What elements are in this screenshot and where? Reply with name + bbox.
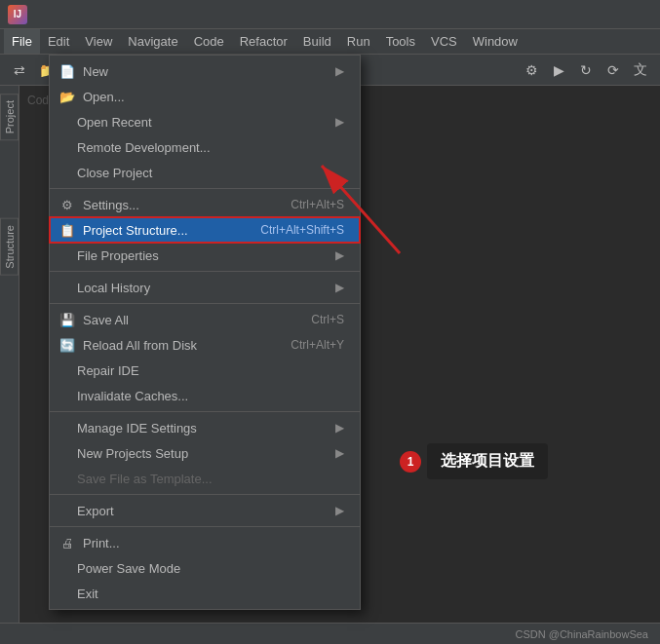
menu-window[interactable]: Window	[465, 29, 525, 54]
menu-item-exit[interactable]: Exit	[50, 581, 360, 606]
toolbar-run[interactable]: ▶	[547, 58, 570, 82]
menu-item-print[interactable]: 🖨 Print...	[50, 530, 360, 555]
menu-item-close-project[interactable]: Close Project	[50, 160, 360, 185]
menu-item-settings[interactable]: ⚙ Settings... Ctrl+Alt+S	[50, 192, 360, 217]
menu-bar: File Edit View Navigate Code Refactor Bu…	[0, 29, 660, 55]
menu-item-open-recent[interactable]: Open Recent ▶	[50, 109, 360, 134]
menu-item-save-all[interactable]: 💾 Save All Ctrl+S	[50, 307, 360, 332]
menu-item-repair-ide[interactable]: Repair IDE	[50, 358, 360, 383]
dropdown-menu-container: 📄 New ▶ 📂 Open... Open Recent ▶ Remote D…	[49, 55, 361, 610]
menu-section-1: 📄 New ▶ 📂 Open... Open Recent ▶ Remote D…	[50, 56, 360, 189]
menu-tools[interactable]: Tools	[378, 29, 423, 54]
toolbar-rerun[interactable]: ↻	[574, 58, 598, 82]
menu-item-project-structure[interactable]: 📋 Project Structure... Ctrl+Alt+Shift+S	[50, 217, 360, 243]
menu-vcs[interactable]: VCS	[423, 29, 465, 54]
toolbar-translate[interactable]: 文	[629, 58, 652, 82]
status-bar: CSDN @ChinaRainbowSea	[0, 623, 660, 644]
menu-section-6: Export ▶	[50, 495, 360, 527]
reload-icon: 🔄	[59, 337, 75, 353]
menu-file[interactable]: File	[4, 29, 40, 54]
new-icon: 📄	[59, 63, 75, 79]
menu-section-3: Local History ▶	[50, 272, 360, 304]
menu-navigate[interactable]: Navigate	[120, 29, 185, 54]
menu-section-5: Manage IDE Settings ▶ New Projects Setup…	[50, 412, 360, 495]
menu-refactor[interactable]: Refactor	[232, 29, 295, 54]
menu-item-open[interactable]: 📂 Open...	[50, 84, 360, 109]
menu-item-power-save[interactable]: Power Save Mode	[50, 555, 360, 581]
app-logo: IJ	[8, 5, 27, 24]
project-structure-icon: 📋	[59, 222, 75, 238]
menu-section-7: 🖨 Print... Power Save Mode Exit	[50, 527, 360, 609]
menu-item-local-history[interactable]: Local History ▶	[50, 275, 360, 300]
menu-section-2: ⚙ Settings... Ctrl+Alt+S 📋 Project Struc…	[50, 189, 360, 272]
menu-item-export[interactable]: Export ▶	[50, 498, 360, 523]
menu-code[interactable]: Code	[186, 29, 232, 54]
menu-item-invalidate-caches[interactable]: Invalidate Caches...	[50, 383, 360, 408]
toolbar-btn-1[interactable]: ⇄	[8, 58, 31, 82]
menu-view[interactable]: View	[77, 29, 120, 54]
toolbar-refresh[interactable]: ⟳	[602, 58, 625, 82]
menu-section-4: 💾 Save All Ctrl+S 🔄 Reload All from Disk…	[50, 304, 360, 412]
print-icon: 🖨	[59, 535, 75, 550]
menu-item-file-properties[interactable]: File Properties ▶	[50, 243, 360, 268]
title-bar: IJ	[0, 0, 660, 29]
step-number-circle: 1	[400, 451, 421, 473]
menu-item-reload-disk[interactable]: 🔄 Reload All from Disk Ctrl+Alt+Y	[50, 332, 360, 358]
menu-item-new-projects-setup[interactable]: New Projects Setup ▶	[50, 440, 360, 466]
annotation-text: 选择项目设置	[427, 443, 548, 479]
menu-build[interactable]: Build	[295, 29, 339, 54]
menu-item-save-as-template: Save File as Template...	[50, 466, 360, 491]
structure-panel-tab[interactable]: Structure	[0, 218, 19, 276]
menu-item-new[interactable]: 📄 New ▶	[50, 58, 360, 84]
toolbar-settings[interactable]: ⚙	[520, 58, 543, 82]
save-icon: 💾	[59, 312, 75, 327]
file-dropdown-menu: 📄 New ▶ 📂 Open... Open Recent ▶ Remote D…	[49, 55, 361, 610]
menu-item-manage-ide[interactable]: Manage IDE Settings ▶	[50, 415, 360, 440]
menu-run[interactable]: Run	[339, 29, 378, 54]
settings-icon: ⚙	[59, 197, 75, 212]
open-icon: 📂	[59, 89, 75, 104]
menu-item-remote-dev[interactable]: Remote Development...	[50, 134, 360, 160]
annotation-container: 1 选择项目设置	[400, 443, 548, 479]
status-text: CSDN @ChinaRainbowSea	[515, 628, 648, 640]
project-panel-tab[interactable]: Project	[0, 94, 19, 140]
menu-edit[interactable]: Edit	[40, 29, 77, 54]
